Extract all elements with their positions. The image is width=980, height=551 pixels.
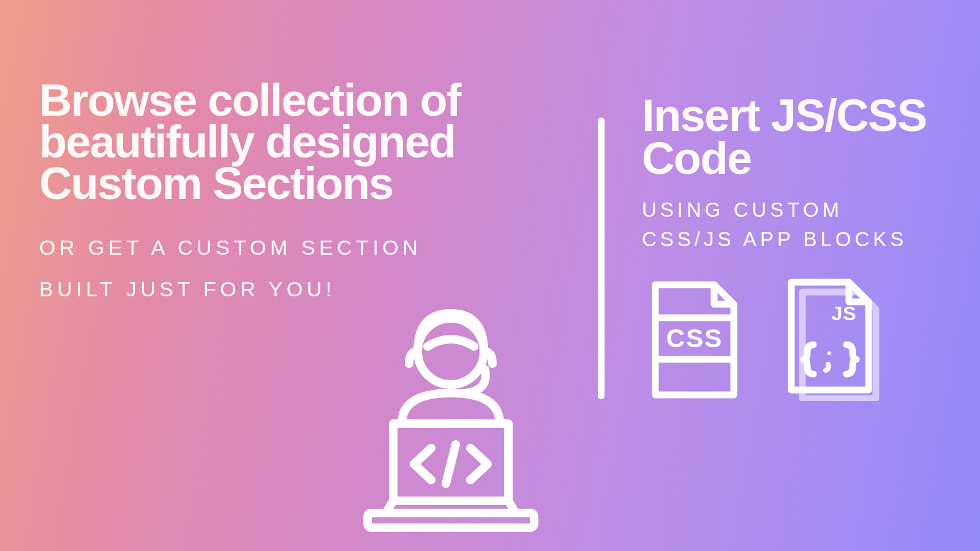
right-heading: Insert JS/CSS Code	[642, 94, 942, 179]
svg-point-3	[827, 351, 831, 355]
svg-point-5	[418, 318, 484, 384]
right-text-block: Insert JS/CSS Code USING CUSTOM CSS/JS A…	[642, 94, 942, 401]
svg-text:JS: JS	[831, 302, 856, 324]
vertical-divider	[598, 118, 605, 399]
svg-text:CSS: CSS	[666, 324, 723, 353]
file-icons-row: CSS JS	[642, 279, 942, 401]
svg-line-6	[446, 444, 456, 484]
main-heading: Browse collection of beautifully designe…	[39, 80, 492, 204]
left-text-block: Browse collection of beautifully designe…	[39, 80, 492, 310]
developer-laptop-icon	[328, 295, 573, 540]
css-file-icon: CSS	[642, 279, 746, 401]
right-sub-heading: USING CUSTOM CSS/JS APP BLOCKS	[642, 195, 942, 254]
js-file-icon: JS	[782, 279, 886, 401]
